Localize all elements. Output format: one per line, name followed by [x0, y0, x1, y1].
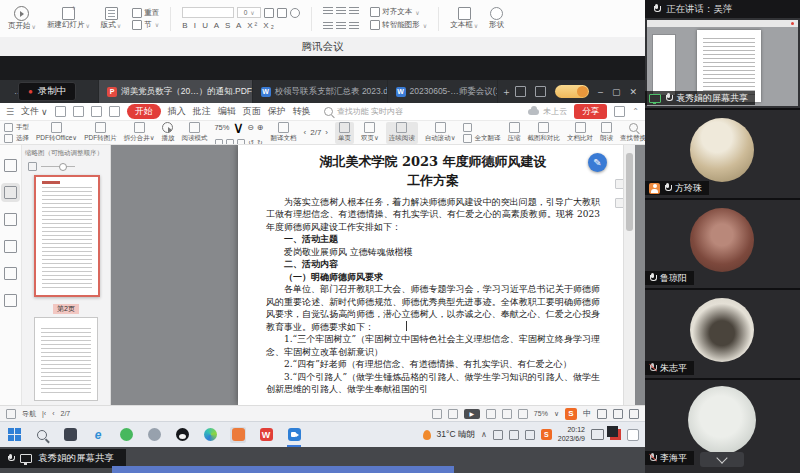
comment-panel-icon[interactable]: [614, 106, 625, 117]
menu-insert[interactable]: 插入: [168, 105, 186, 118]
compress-button[interactable]: 压缩: [508, 123, 521, 143]
taskbar-app-edge[interactable]: [202, 427, 218, 443]
menu-comment[interactable]: 批注: [193, 105, 211, 118]
participant-tile[interactable]: 鲁琼阳: [645, 200, 800, 288]
fit-width-icon[interactable]: [502, 409, 512, 419]
navigation-icon[interactable]: [6, 409, 16, 419]
thumbnail-size-slider[interactable]: [22, 160, 110, 173]
thumbnails-icon[interactable]: [4, 186, 17, 199]
font-format-row[interactable]: B I U A S A X² X₂: [182, 21, 276, 30]
zoom-out-icon[interactable]: ⊖: [247, 123, 254, 132]
participant-tile[interactable]: 方玲珠: [645, 110, 800, 198]
screen-share-banner[interactable]: 袁秀娟的屏幕共享: [0, 449, 126, 468]
full-screen-icon[interactable]: [518, 409, 528, 419]
participant-tile[interactable]: 朱志平: [645, 290, 800, 378]
double-page-button[interactable]: 双页∨: [361, 123, 379, 143]
new-tab-button[interactable]: ＋: [498, 80, 515, 103]
edit-fab-button[interactable]: ✎: [588, 153, 607, 172]
network-icon[interactable]: [493, 430, 503, 440]
ime-mic-icon[interactable]: [613, 409, 623, 419]
show-desktop-button[interactable]: [627, 429, 639, 441]
ime-keyboard-icon[interactable]: [629, 409, 639, 419]
list-buttons[interactable]: [323, 6, 359, 17]
notification-icon[interactable]: [591, 429, 604, 440]
shape-button[interactable]: 形状: [489, 7, 504, 30]
screen-share-tile[interactable]: 袁秀娟的屏幕共享: [645, 18, 800, 108]
slider-knob[interactable]: [59, 163, 67, 171]
menu-convert[interactable]: 转换: [293, 105, 311, 118]
comments-icon[interactable]: [4, 213, 17, 226]
translate-doc-button[interactable]: 翻译文档: [271, 123, 297, 143]
font-size-select[interactable]: 0∨: [237, 7, 261, 18]
start-button[interactable]: [6, 427, 22, 443]
alert-badge-icon[interactable]: [610, 429, 621, 440]
next-page-icon[interactable]: ›: [325, 128, 328, 137]
textbox-button[interactable]: 文本框∨: [450, 7, 478, 30]
collapse-participants-button[interactable]: [700, 452, 744, 467]
thumbnail-page-3[interactable]: [34, 317, 98, 401]
scrollbar-thumb[interactable]: [626, 153, 633, 231]
select-tool-button[interactable]: 选择: [4, 134, 29, 143]
taskbar-app-gray[interactable]: [146, 427, 162, 443]
doc-compare-button[interactable]: 文档比对: [567, 123, 593, 143]
login-member-pill[interactable]: [555, 85, 589, 98]
collapse-ribbon-icon[interactable]: ⌃: [632, 107, 639, 116]
decrease-font-icon[interactable]: [277, 8, 287, 18]
status-zoom-level[interactable]: 75%: [534, 410, 548, 417]
taskbar-app-wps[interactable]: W: [258, 427, 274, 443]
ime-language-indicator[interactable]: 中: [583, 408, 591, 419]
first-page-icon[interactable]: |‹: [42, 410, 46, 417]
apps-grid-icon[interactable]: [535, 86, 546, 97]
signature-icon[interactable]: [4, 267, 17, 280]
prev-page-icon[interactable]: ‹: [52, 410, 54, 417]
menu-edit[interactable]: 编辑: [218, 105, 236, 118]
share-button[interactable]: 分享: [574, 104, 607, 119]
pdf-to-image-button[interactable]: PDF转图片: [84, 123, 117, 143]
print-icon[interactable]: [91, 106, 102, 117]
zoom-in-icon[interactable]: ⊕: [257, 123, 264, 132]
read-mode-button[interactable]: 阅读模式: [181, 123, 207, 143]
maximize-button[interactable]: ▢: [612, 87, 621, 97]
align-text-button[interactable]: 对齐文本∨: [370, 7, 419, 17]
bookmark-icon[interactable]: [4, 159, 17, 172]
taskbar-app-green[interactable]: [118, 427, 134, 443]
file-menu[interactable]: 文件∨: [21, 105, 48, 118]
prev-page-icon[interactable]: ‹: [304, 128, 307, 137]
layers-icon[interactable]: [4, 294, 17, 307]
clock[interactable]: 20:12 2023/6/9: [558, 426, 585, 443]
increase-font-icon[interactable]: [264, 8, 274, 18]
single-page-button[interactable]: 单页: [335, 122, 354, 144]
split-merge-button[interactable]: 拆分合并∨: [124, 123, 155, 143]
read-aloud-button[interactable]: 朗读: [600, 123, 613, 143]
screenshot-compare-button[interactable]: 截图和对比: [528, 123, 561, 143]
search-box[interactable]: 查找功能 实时内容: [324, 106, 403, 117]
ime-tray-icon[interactable]: [525, 430, 535, 440]
single-view-icon[interactable]: [432, 409, 442, 419]
hand-tool-button[interactable]: 手型: [4, 123, 29, 132]
tab-pdf-notice[interactable]: P 湖美党员数字（20…）的通知.PDF ✕: [99, 80, 252, 103]
weather-text[interactable]: 31°C 晴朗: [437, 429, 475, 441]
meeting-title-bar[interactable]: 腾讯会议: [0, 37, 645, 57]
page-indicator[interactable]: 2/7: [310, 128, 321, 137]
find-replace-button[interactable]: 查找替换: [620, 123, 645, 143]
menu-protect[interactable]: 保护: [268, 105, 286, 118]
full-translate-button[interactable]: 全文翻译: [463, 134, 501, 143]
taskbar-app-dark[interactable]: [62, 427, 78, 443]
volume-icon[interactable]: [509, 430, 519, 440]
voice-translate-button[interactable]: [463, 123, 501, 132]
auto-scroll-button[interactable]: 自动滚动∨: [425, 123, 456, 143]
play-button[interactable]: 播放: [161, 123, 174, 143]
attachment-icon[interactable]: [4, 240, 17, 253]
menu-page[interactable]: 页面: [243, 105, 261, 118]
menu-home[interactable]: 开始: [127, 104, 161, 119]
save-icon[interactable]: [73, 106, 84, 117]
open-icon[interactable]: [55, 106, 66, 117]
hamburger-icon[interactable]: ☰: [6, 107, 14, 117]
reset-button[interactable]: 重置: [132, 8, 159, 18]
convert-smartart-button[interactable]: 转智能图形∨: [370, 20, 427, 30]
play-slideshow-chip[interactable]: ▶: [464, 409, 480, 419]
document-viewport[interactable]: 湖北美术学院 2023 年度师德师风建设 工作方案 为落实立德树人根本任务，着力…: [110, 145, 634, 405]
align-buttons[interactable]: [323, 21, 359, 32]
sogou-tray-icon[interactable]: S: [541, 429, 552, 440]
more-tools-icon[interactable]: [109, 106, 120, 117]
